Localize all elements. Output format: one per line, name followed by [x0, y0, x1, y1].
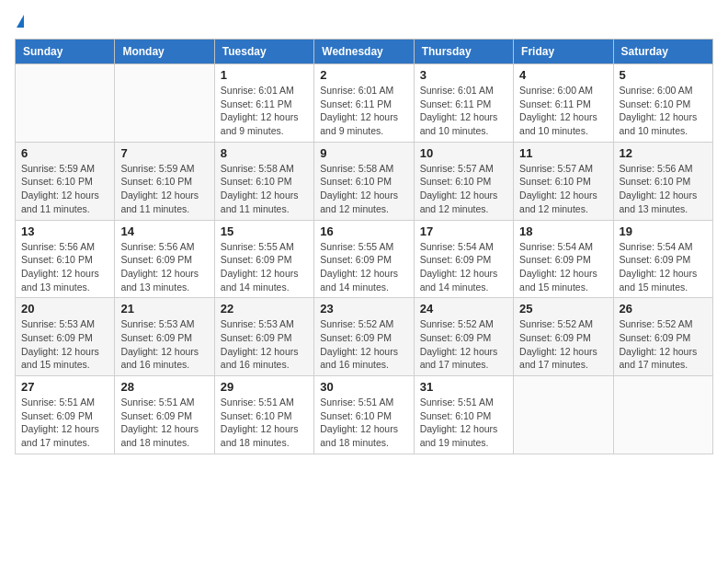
day-info: Sunrise: 5:51 AM Sunset: 6:10 PM Dayligh… [221, 396, 308, 450]
day-number: 7 [120, 146, 208, 160]
day-number: 30 [320, 380, 407, 394]
calendar-cell: 5Sunrise: 6:00 AM Sunset: 6:10 PM Daylig… [613, 64, 712, 143]
day-info: Sunrise: 5:56 AM Sunset: 6:09 PM Dayligh… [120, 240, 208, 294]
day-info: Sunrise: 5:54 AM Sunset: 6:09 PM Dayligh… [519, 240, 607, 294]
day-number: 11 [519, 146, 607, 160]
day-info: Sunrise: 5:56 AM Sunset: 6:10 PM Dayligh… [21, 240, 108, 294]
day-number: 9 [320, 146, 407, 160]
calendar-cell: 22Sunrise: 5:53 AM Sunset: 6:09 PM Dayli… [214, 298, 313, 376]
calendar-cell: 29Sunrise: 5:51 AM Sunset: 6:10 PM Dayli… [214, 376, 313, 454]
week-row-4: 20Sunrise: 5:53 AM Sunset: 6:09 PM Dayli… [16, 298, 713, 376]
calendar-cell: 21Sunrise: 5:53 AM Sunset: 6:09 PM Dayli… [115, 298, 214, 376]
weekday-header-wednesday: Wednesday [314, 40, 414, 64]
day-info: Sunrise: 5:55 AM Sunset: 6:09 PM Dayligh… [221, 240, 308, 294]
calendar-cell: 6Sunrise: 5:59 AM Sunset: 6:10 PM Daylig… [16, 142, 115, 220]
header [15, 15, 713, 28]
day-info: Sunrise: 5:54 AM Sunset: 6:09 PM Dayligh… [420, 240, 507, 294]
day-number: 10 [420, 146, 507, 160]
logo [15, 15, 24, 28]
day-info: Sunrise: 5:56 AM Sunset: 6:10 PM Dayligh… [620, 162, 707, 216]
day-number: 14 [120, 224, 208, 238]
week-row-1: 1Sunrise: 6:01 AM Sunset: 6:11 PM Daylig… [16, 64, 713, 143]
calendar-cell: 17Sunrise: 5:54 AM Sunset: 6:09 PM Dayli… [414, 220, 513, 298]
calendar-cell: 3Sunrise: 6:01 AM Sunset: 6:11 PM Daylig… [414, 64, 513, 143]
day-number: 27 [21, 380, 108, 394]
day-number: 21 [120, 302, 208, 316]
day-info: Sunrise: 5:58 AM Sunset: 6:10 PM Dayligh… [320, 162, 407, 216]
day-number: 18 [519, 224, 607, 238]
calendar-cell: 7Sunrise: 5:59 AM Sunset: 6:10 PM Daylig… [115, 142, 214, 220]
calendar-cell [613, 376, 712, 454]
calendar-cell [115, 64, 214, 143]
calendar-cell: 20Sunrise: 5:53 AM Sunset: 6:09 PM Dayli… [16, 298, 115, 376]
weekday-header-tuesday: Tuesday [214, 40, 313, 64]
calendar-cell: 30Sunrise: 5:51 AM Sunset: 6:10 PM Dayli… [314, 376, 414, 454]
calendar-cell: 16Sunrise: 5:55 AM Sunset: 6:09 PM Dayli… [314, 220, 414, 298]
day-info: Sunrise: 5:53 AM Sunset: 6:09 PM Dayligh… [21, 317, 108, 372]
day-info: Sunrise: 5:51 AM Sunset: 6:10 PM Dayligh… [320, 396, 407, 450]
week-row-5: 27Sunrise: 5:51 AM Sunset: 6:09 PM Dayli… [16, 376, 713, 454]
day-info: Sunrise: 5:53 AM Sunset: 6:09 PM Dayligh… [120, 317, 208, 372]
calendar-cell: 11Sunrise: 5:57 AM Sunset: 6:10 PM Dayli… [514, 142, 613, 220]
day-number: 17 [420, 224, 507, 238]
weekday-header-monday: Monday [115, 40, 214, 64]
day-info: Sunrise: 6:01 AM Sunset: 6:11 PM Dayligh… [221, 84, 308, 138]
calendar-cell [514, 376, 613, 454]
day-number: 16 [320, 224, 407, 238]
day-info: Sunrise: 5:59 AM Sunset: 6:10 PM Dayligh… [21, 162, 108, 216]
calendar-cell: 10Sunrise: 5:57 AM Sunset: 6:10 PM Dayli… [414, 142, 513, 220]
day-number: 25 [519, 302, 607, 316]
calendar-cell: 19Sunrise: 5:54 AM Sunset: 6:09 PM Dayli… [613, 220, 712, 298]
day-info: Sunrise: 5:52 AM Sunset: 6:09 PM Dayligh… [320, 317, 407, 372]
day-number: 24 [420, 302, 507, 316]
week-row-2: 6Sunrise: 5:59 AM Sunset: 6:10 PM Daylig… [16, 142, 713, 220]
calendar-cell: 15Sunrise: 5:55 AM Sunset: 6:09 PM Dayli… [214, 220, 313, 298]
calendar-cell: 31Sunrise: 5:51 AM Sunset: 6:10 PM Dayli… [414, 376, 513, 454]
day-number: 8 [221, 146, 308, 160]
day-number: 19 [620, 224, 707, 238]
calendar-cell: 4Sunrise: 6:00 AM Sunset: 6:11 PM Daylig… [514, 64, 613, 143]
day-number: 12 [620, 146, 707, 160]
day-number: 28 [120, 380, 208, 394]
day-info: Sunrise: 5:57 AM Sunset: 6:10 PM Dayligh… [519, 162, 607, 216]
calendar-cell: 27Sunrise: 5:51 AM Sunset: 6:09 PM Dayli… [16, 376, 115, 454]
day-number: 20 [21, 302, 108, 316]
day-number: 3 [420, 68, 507, 82]
day-info: Sunrise: 5:52 AM Sunset: 6:09 PM Dayligh… [620, 317, 707, 372]
day-number: 13 [21, 224, 108, 238]
weekday-header-thursday: Thursday [414, 40, 513, 64]
day-info: Sunrise: 5:52 AM Sunset: 6:09 PM Dayligh… [420, 317, 507, 372]
weekday-header-row: SundayMondayTuesdayWednesdayThursdayFrid… [16, 40, 713, 64]
day-number: 15 [221, 224, 308, 238]
day-info: Sunrise: 5:58 AM Sunset: 6:10 PM Dayligh… [221, 162, 308, 216]
day-info: Sunrise: 5:51 AM Sunset: 6:09 PM Dayligh… [21, 396, 108, 450]
day-info: Sunrise: 6:01 AM Sunset: 6:11 PM Dayligh… [420, 84, 507, 138]
week-row-3: 13Sunrise: 5:56 AM Sunset: 6:10 PM Dayli… [16, 220, 713, 298]
calendar-cell: 18Sunrise: 5:54 AM Sunset: 6:09 PM Dayli… [514, 220, 613, 298]
day-number: 22 [221, 302, 308, 316]
calendar-cell: 12Sunrise: 5:56 AM Sunset: 6:10 PM Dayli… [613, 142, 712, 220]
calendar-cell: 28Sunrise: 5:51 AM Sunset: 6:09 PM Dayli… [115, 376, 214, 454]
calendar-cell: 14Sunrise: 5:56 AM Sunset: 6:09 PM Dayli… [115, 220, 214, 298]
day-info: Sunrise: 5:57 AM Sunset: 6:10 PM Dayligh… [420, 162, 507, 216]
weekday-header-saturday: Saturday [613, 40, 712, 64]
day-info: Sunrise: 5:55 AM Sunset: 6:09 PM Dayligh… [320, 240, 407, 294]
day-number: 1 [221, 68, 308, 82]
day-info: Sunrise: 5:54 AM Sunset: 6:09 PM Dayligh… [620, 240, 707, 294]
calendar-cell: 26Sunrise: 5:52 AM Sunset: 6:09 PM Dayli… [613, 298, 712, 376]
calendar-table: SundayMondayTuesdayWednesdayThursdayFrid… [15, 39, 713, 454]
day-number: 5 [620, 68, 707, 82]
day-info: Sunrise: 5:59 AM Sunset: 6:10 PM Dayligh… [120, 162, 208, 216]
calendar-cell: 2Sunrise: 6:01 AM Sunset: 6:11 PM Daylig… [314, 64, 414, 143]
calendar-cell: 1Sunrise: 6:01 AM Sunset: 6:11 PM Daylig… [214, 64, 313, 143]
calendar-cell: 13Sunrise: 5:56 AM Sunset: 6:10 PM Dayli… [16, 220, 115, 298]
weekday-header-friday: Friday [514, 40, 613, 64]
day-info: Sunrise: 5:51 AM Sunset: 6:10 PM Dayligh… [420, 396, 507, 450]
day-info: Sunrise: 5:51 AM Sunset: 6:09 PM Dayligh… [120, 396, 208, 450]
calendar-cell: 8Sunrise: 5:58 AM Sunset: 6:10 PM Daylig… [214, 142, 313, 220]
weekday-header-sunday: Sunday [16, 40, 115, 64]
day-info: Sunrise: 6:01 AM Sunset: 6:11 PM Dayligh… [320, 84, 407, 138]
day-number: 4 [519, 68, 607, 82]
day-info: Sunrise: 6:00 AM Sunset: 6:11 PM Dayligh… [519, 84, 607, 138]
calendar-cell [16, 64, 115, 143]
